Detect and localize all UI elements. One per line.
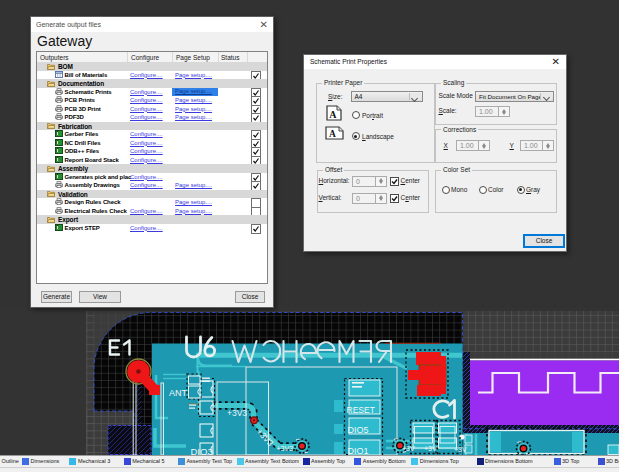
svg-text:RESET: RESET xyxy=(347,405,375,415)
svg-text:+3V: +3V xyxy=(454,446,467,453)
svg-text:+3V3: +3V3 xyxy=(277,445,294,452)
svg-text:DIO1: DIO1 xyxy=(348,446,369,455)
svg-text:ANT: ANT xyxy=(169,388,188,398)
svg-text:DIO5: DIO5 xyxy=(348,425,369,435)
svg-text:+3V: +3V xyxy=(424,445,437,452)
svg-text:A: A xyxy=(329,129,336,139)
svg-text:+3V3: +3V3 xyxy=(227,408,247,418)
svg-text:+3V: +3V xyxy=(402,445,415,452)
svg-text:DIO3: DIO3 xyxy=(191,446,213,456)
svg-text:A: A xyxy=(329,108,337,119)
